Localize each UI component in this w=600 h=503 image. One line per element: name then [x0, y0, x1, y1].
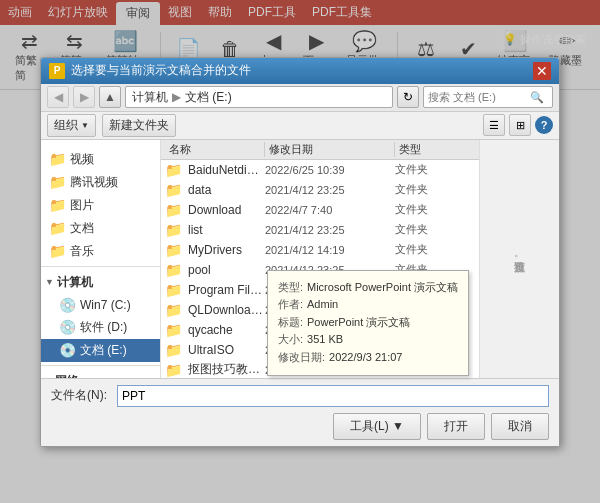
- breadcrumb[interactable]: 计算机 ▶ 文档 (E:): [125, 86, 393, 108]
- sidebar-computer-label: 计算机: [57, 274, 93, 291]
- file-row[interactable]: 📁 data 2021/4/12 23:25 文件夹: [161, 180, 479, 200]
- file-icon: 📁: [165, 362, 182, 378]
- file-type: 文件夹: [395, 202, 475, 217]
- view-toggle-btn[interactable]: ☰: [483, 114, 505, 136]
- preview-text: 没有预览。: [512, 253, 527, 264]
- sidebar-divider2: [41, 365, 160, 366]
- file-date: 2021/4/12 23:25: [265, 224, 395, 236]
- folder-icon5: 📁: [49, 243, 66, 259]
- folder-icon: 📁: [49, 151, 66, 167]
- file-tooltip: 类型: Microsoft PowerPoint 演示文稿 作者: Admin …: [267, 270, 469, 376]
- up-button[interactable]: ▲: [99, 86, 121, 108]
- computer-expand-icon: ▼: [45, 277, 54, 287]
- file-type: 文件夹: [395, 162, 475, 177]
- sidebar-item-c-drive[interactable]: 💿 Win7 (C:): [41, 294, 160, 316]
- organize-label: 组织: [54, 117, 78, 134]
- sidebar-label-pics: 图片: [70, 197, 94, 214]
- open-button[interactable]: 打开: [427, 413, 485, 440]
- tooltip-title-label: 标题:: [278, 314, 303, 332]
- back-button[interactable]: ◀: [47, 86, 69, 108]
- col-type-header[interactable]: 类型: [395, 142, 475, 157]
- drive-e-icon: 💿: [59, 342, 76, 358]
- file-type: 文件夹: [395, 182, 475, 197]
- forward-button[interactable]: ▶: [73, 86, 95, 108]
- sidebar-item-tencent-video[interactable]: 📁 腾讯视频: [41, 171, 160, 194]
- file-icon: 📁: [165, 162, 182, 178]
- tooltip-type-label: 类型:: [278, 279, 303, 297]
- dialog-app-icon: P: [49, 63, 65, 79]
- tooltip-size-value: 351 KB: [307, 331, 343, 349]
- sidebar-item-e-drive[interactable]: 💿 文档 (E:): [41, 339, 160, 362]
- sidebar-divider1: [41, 266, 160, 267]
- sidebar-item-d-drive[interactable]: 💿 软件 (D:): [41, 316, 160, 339]
- organize-arrow: ▼: [81, 121, 89, 130]
- sidebar-label-video: 视频: [70, 151, 94, 168]
- toolbar-right: ☰ ⊞ ?: [483, 114, 553, 136]
- file-icon: 📁: [165, 222, 182, 238]
- sidebar-computer-header[interactable]: ▼ 计算机: [41, 271, 160, 294]
- col-name-header[interactable]: 名称: [165, 142, 265, 157]
- tools-button[interactable]: 工具(L) ▼: [333, 413, 421, 440]
- sidebar-label-docs: 文档: [70, 220, 94, 237]
- dialog-close-button[interactable]: ✕: [533, 62, 551, 80]
- new-folder-label: 新建文件夹: [109, 117, 169, 134]
- search-box: 🔍: [423, 86, 553, 108]
- sidebar-item-music[interactable]: 📁 音乐: [41, 240, 160, 263]
- cancel-button[interactable]: 取消: [491, 413, 549, 440]
- file-list-header: 名称 修改日期 类型: [161, 140, 479, 160]
- dialog-title: 选择要与当前演示文稿合并的文件: [71, 62, 533, 79]
- file-name: BaiduNetdiskDownload: [186, 163, 265, 177]
- sidebar-label-c: Win7 (C:): [80, 298, 131, 312]
- file-icon: 📁: [165, 322, 182, 338]
- file-toolbar: 组织 ▼ 新建文件夹 ☰ ⊞ ?: [41, 112, 559, 140]
- view-list-btn[interactable]: ⊞: [509, 114, 531, 136]
- file-row[interactable]: 📁 Download 2022/4/7 7:40 文件夹: [161, 200, 479, 220]
- search-input[interactable]: [428, 91, 528, 103]
- file-name: data: [186, 183, 265, 197]
- sidebar-network-header[interactable]: ▶ 网络: [41, 370, 160, 378]
- sidebar-group-network: ▶ 网络: [41, 370, 160, 378]
- file-name: QLDownloadGame: [186, 303, 265, 317]
- new-folder-button[interactable]: 新建文件夹: [102, 114, 176, 137]
- file-date: 2021/4/12 14:19: [265, 244, 395, 256]
- file-name: Program Files (x86): [186, 283, 265, 297]
- filename-input[interactable]: [117, 385, 549, 407]
- tooltip-date-row: 修改日期: 2022/9/3 21:07: [278, 349, 458, 367]
- tooltip-size-row: 大小: 351 KB: [278, 331, 458, 349]
- sidebar-label-tencent: 腾讯视频: [70, 174, 118, 191]
- file-name: 抠图技巧教程.rar等多个文件: [186, 361, 265, 378]
- dialog-overlay: P 选择要与当前演示文稿合并的文件 ✕ ◀ ▶ ▲ 计算机 ▶ 文档 (E:) …: [0, 0, 600, 503]
- search-icon: 🔍: [530, 91, 544, 104]
- bottom-buttons: 工具(L) ▼ 打开 取消: [51, 413, 549, 440]
- tooltip-type-value: Microsoft PowerPoint 演示文稿: [307, 279, 458, 297]
- file-icon: 📁: [165, 282, 182, 298]
- drive-c-icon: 💿: [59, 297, 76, 313]
- file-type: 文件夹: [395, 222, 475, 237]
- col-date-header[interactable]: 修改日期: [265, 142, 395, 157]
- sidebar-item-pictures[interactable]: 📁 图片: [41, 194, 160, 217]
- file-date: 2021/4/12 23:25: [265, 184, 395, 196]
- breadcrumb-drive: 文档 (E:): [185, 89, 232, 106]
- file-name: qycache: [186, 323, 265, 337]
- organize-button[interactable]: 组织 ▼: [47, 114, 96, 137]
- refresh-button[interactable]: ↻: [397, 86, 419, 108]
- sidebar-item-video[interactable]: 📁 视频: [41, 148, 160, 171]
- dialog-titlebar: P 选择要与当前演示文稿合并的文件 ✕: [41, 58, 559, 84]
- filename-row: 文件名(N):: [51, 385, 549, 407]
- file-row[interactable]: 📁 BaiduNetdiskDownload 2022/6/25 10:39 文…: [161, 160, 479, 180]
- tooltip-author-row: 作者: Admin: [278, 296, 458, 314]
- file-name: Download: [186, 203, 265, 217]
- file-row[interactable]: 📁 list 2021/4/12 23:25 文件夹: [161, 220, 479, 240]
- folder-icon2: 📁: [49, 174, 66, 190]
- file-date: 2022/6/25 10:39: [265, 164, 395, 176]
- help-button[interactable]: ?: [535, 116, 553, 134]
- file-icon: 📁: [165, 342, 182, 358]
- file-row[interactable]: 📁 MyDrivers 2021/4/12 14:19 文件夹: [161, 240, 479, 260]
- sidebar-item-documents[interactable]: 📁 文档: [41, 217, 160, 240]
- sidebar-group-favorites: 📁 视频 📁 腾讯视频 📁 图片 📁 文档: [41, 148, 160, 263]
- tooltip-author-label: 作者:: [278, 296, 303, 314]
- sidebar: 📁 视频 📁 腾讯视频 📁 图片 📁 文档: [41, 140, 161, 378]
- preview-pane: 没有预览。: [479, 140, 559, 378]
- folder-icon4: 📁: [49, 220, 66, 236]
- file-name: UltraISO: [186, 343, 265, 357]
